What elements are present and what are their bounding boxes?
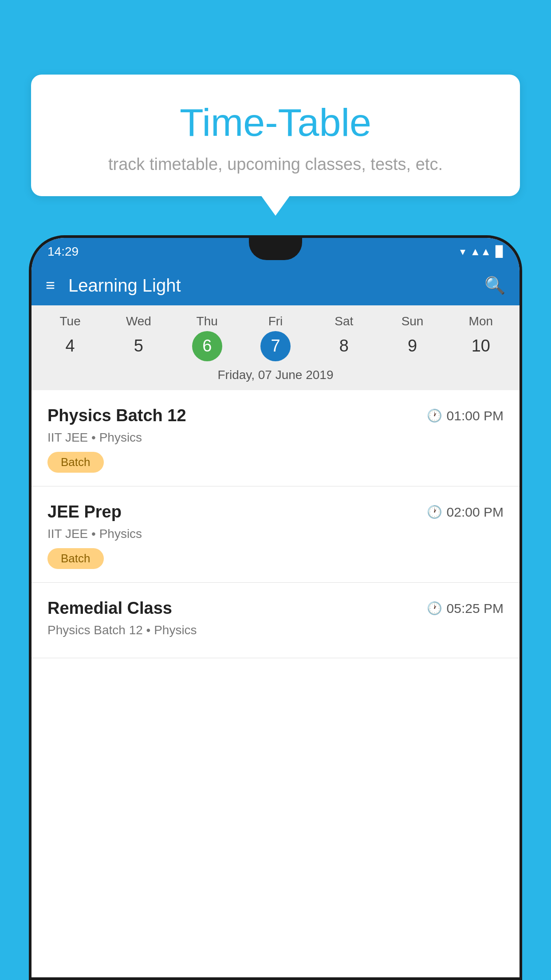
app-bar: ≡ Learning Light 🔍 xyxy=(31,265,520,305)
day-label-thu: Thu xyxy=(173,314,241,333)
event-time-value-1: 01:00 PM xyxy=(447,408,504,423)
event-item-1[interactable]: Physics Batch 12 🕐 01:00 PM IIT JEE • Ph… xyxy=(31,390,520,486)
day-7-selected[interactable]: 7 xyxy=(241,333,310,359)
clock-icon-3: 🕐 xyxy=(427,601,442,616)
phone-frame: 14:29 ▾ ▲▲ ▉ ≡ Learning Light 🔍 Tue Wed … xyxy=(29,235,522,980)
event-header-1: Physics Batch 12 🕐 01:00 PM xyxy=(47,406,504,425)
calendar-strip: Tue Wed Thu Fri Sat Sun Mon 4 5 6 7 xyxy=(31,305,520,390)
battery-icon: ▉ xyxy=(496,245,504,258)
event-time-2: 🕐 02:00 PM xyxy=(427,505,504,520)
status-icons: ▾ ▲▲ ▉ xyxy=(460,245,504,258)
event-time-value-2: 02:00 PM xyxy=(447,505,504,520)
day-6-today[interactable]: 6 xyxy=(173,333,241,359)
day-8[interactable]: 8 xyxy=(310,333,378,359)
bubble-title: Time-Table xyxy=(58,101,493,144)
day-label-sun: Sun xyxy=(378,314,446,333)
event-meta-3: Physics Batch 12 • Physics xyxy=(47,623,504,637)
wifi-icon: ▾ xyxy=(460,245,465,258)
clock-icon-2: 🕐 xyxy=(427,505,442,519)
events-list: Physics Batch 12 🕐 01:00 PM IIT JEE • Ph… xyxy=(31,390,520,658)
selected-date-label: Friday, 07 June 2019 xyxy=(31,364,520,390)
batch-tag-2: Batch xyxy=(47,548,104,569)
status-time: 14:29 xyxy=(47,245,79,259)
day-label-fri: Fri xyxy=(241,314,310,333)
bubble-subtitle: track timetable, upcoming classes, tests… xyxy=(58,155,493,174)
signal-icon: ▲▲ xyxy=(470,245,491,258)
hamburger-menu-icon[interactable]: ≡ xyxy=(46,276,55,295)
day-label-mon: Mon xyxy=(447,314,515,333)
batch-tag-1: Batch xyxy=(47,452,104,473)
day-10[interactable]: 10 xyxy=(447,333,515,359)
day-label-sat: Sat xyxy=(310,314,378,333)
event-name-3: Remedial Class xyxy=(47,599,172,618)
day-9[interactable]: 9 xyxy=(378,333,446,359)
day-headers: Tue Wed Thu Fri Sat Sun Mon xyxy=(31,314,520,333)
event-header-3: Remedial Class 🕐 05:25 PM xyxy=(47,599,504,618)
phone-screen: 14:29 ▾ ▲▲ ▉ ≡ Learning Light 🔍 Tue Wed … xyxy=(31,238,520,977)
event-name-1: Physics Batch 12 xyxy=(47,406,186,425)
search-icon[interactable]: 🔍 xyxy=(484,276,505,295)
day-label-wed: Wed xyxy=(104,314,173,333)
event-meta-1: IIT JEE • Physics xyxy=(47,431,504,445)
day-5[interactable]: 5 xyxy=(104,333,173,359)
day-label-tue: Tue xyxy=(36,314,104,333)
day-4[interactable]: 4 xyxy=(36,333,104,359)
event-item-2[interactable]: JEE Prep 🕐 02:00 PM IIT JEE • Physics Ba… xyxy=(31,486,520,583)
speech-bubble: Time-Table track timetable, upcoming cla… xyxy=(31,75,520,196)
event-header-2: JEE Prep 🕐 02:00 PM xyxy=(47,502,504,522)
event-name-2: JEE Prep xyxy=(47,502,122,522)
event-time-1: 🕐 01:00 PM xyxy=(427,408,504,423)
notch xyxy=(249,238,302,260)
event-time-value-3: 05:25 PM xyxy=(447,601,504,616)
power-button xyxy=(520,389,522,424)
event-time-3: 🕐 05:25 PM xyxy=(427,601,504,616)
event-meta-2: IIT JEE • Physics xyxy=(47,527,504,541)
app-title: Learning Light xyxy=(68,276,484,296)
event-item-3[interactable]: Remedial Class 🕐 05:25 PM Physics Batch … xyxy=(31,583,520,658)
day-numbers: 4 5 6 7 8 9 10 xyxy=(31,333,520,364)
status-bar: 14:29 ▾ ▲▲ ▉ xyxy=(31,238,520,265)
clock-icon-1: 🕐 xyxy=(427,408,442,423)
